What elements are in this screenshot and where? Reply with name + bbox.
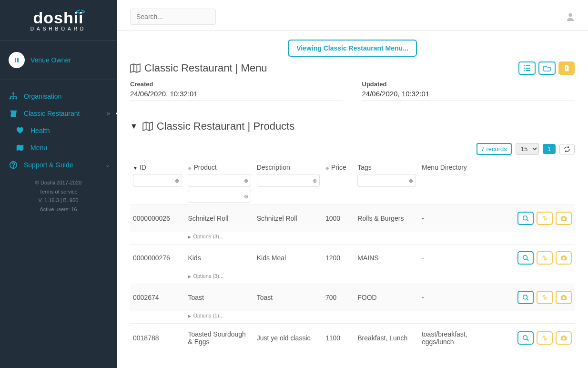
svg-rect-19 [562, 216, 565, 217]
user-icon[interactable] [566, 12, 575, 21]
cell-tags: Breakfast, Lunch [355, 324, 419, 353]
col-description-header[interactable]: Description ⊗ [254, 160, 323, 205]
sidebar-restaurant-label: Classic Restaurant [24, 110, 80, 117]
svg-rect-15 [526, 70, 530, 71]
sidebar-item-health[interactable]: Health [0, 122, 117, 139]
filter-tags-input[interactable] [357, 174, 416, 187]
created-value: 24/06/2020, 10:32:01 [130, 90, 343, 101]
store-icon [9, 109, 18, 118]
col-id-header[interactable]: ▼ID ⊗ [130, 160, 185, 205]
col-product-header[interactable]: ◆Product ⊗ ⊗ [185, 160, 253, 205]
cell-price: 700 [323, 284, 355, 311]
cell-description: Schnitzel Roll [254, 205, 323, 232]
list-view-button[interactable] [518, 61, 536, 75]
caret-right-icon: ▶ [188, 235, 191, 239]
page-number[interactable]: 1 [543, 144, 556, 154]
filter-product-input[interactable] [188, 174, 251, 187]
col-price-header[interactable]: ◆Price [323, 160, 355, 205]
svg-point-8 [13, 167, 13, 167]
clear-icon[interactable]: ⊗ [244, 177, 248, 184]
svg-point-18 [562, 217, 565, 220]
folder-button[interactable] [538, 61, 556, 75]
svg-point-26 [562, 296, 565, 299]
clear-icon[interactable]: ⊗ [175, 177, 179, 184]
records-count: 7 records [476, 143, 512, 155]
view-button[interactable] [517, 251, 534, 265]
cell-id: 0000000276 [130, 245, 185, 272]
view-button[interactable] [517, 331, 534, 345]
link-button[interactable] [537, 291, 553, 304]
sort-desc-icon: ▼ [133, 166, 138, 171]
footer-copyright: © Doshii 2017-2020 [0, 178, 117, 187]
cell-description: Toast [254, 284, 323, 311]
brand-logo: doshii<> DASHBOARD [0, 0, 117, 36]
products-section-title[interactable]: ▼ Classic Restaurant | Products [117, 107, 588, 134]
sidebar-item-menu[interactable]: Menu [0, 139, 117, 156]
cell-tags: Rolls & Burgers [355, 205, 419, 232]
sidebar-organisation-label: Organisation [24, 92, 61, 100]
col-tags-header[interactable]: Tags ⊗ [355, 160, 419, 205]
sidebar-venue-owner[interactable]: Venue Owner [0, 48, 117, 72]
options-label: Options (3)... [193, 234, 223, 239]
cell-id: 0018788 [130, 324, 185, 353]
sidebar-item-organisation[interactable]: Organisation [0, 88, 117, 105]
search-input[interactable] [130, 9, 216, 25]
svg-point-20 [523, 256, 527, 260]
map-icon [15, 143, 25, 153]
filter-description-input[interactable] [257, 174, 320, 187]
cell-price: 1200 [323, 245, 355, 272]
cell-product: Toast [185, 284, 253, 311]
page-size-select[interactable]: 15 [516, 143, 539, 155]
cell-menu-directory: toast/breakfast, eggs/lunch [419, 324, 492, 353]
link-button[interactable] [537, 331, 553, 345]
cell-tags: FOOD [355, 284, 419, 311]
link-button[interactable] [537, 251, 553, 265]
filter-product-input-2[interactable] [188, 190, 251, 203]
options-row[interactable]: ▶Options (1)... [130, 311, 575, 324]
map-icon [130, 63, 141, 73]
camera-button[interactable] [556, 291, 572, 304]
svg-rect-1 [17, 58, 19, 62]
map-icon [142, 121, 153, 132]
sidebar-item-support[interactable]: Support & Guide ⌄ [0, 156, 117, 174]
created-label: Created [130, 81, 343, 88]
menu-section-title: Classic Restaurant | Menu [130, 62, 267, 74]
table-row: 0000000026 Schnitzel Roll Schnitzel Roll… [130, 205, 575, 232]
link-button[interactable] [537, 212, 553, 225]
pause-icon [9, 52, 25, 68]
products-table: ▼ID ⊗ ◆Product ⊗ ⊗ Description ⊗ ◆Price [130, 160, 575, 352]
camera-button[interactable] [556, 331, 572, 345]
col-menudir-header[interactable]: Menu Directory [419, 160, 492, 205]
svg-rect-6 [11, 113, 16, 117]
table-row: 0018788 Toasted Sourdough & Eggs Just ye… [130, 324, 575, 353]
chevron-down-icon: ⌄ [105, 162, 110, 168]
camera-button[interactable] [556, 212, 572, 225]
caret-down-icon: ▼ [130, 122, 138, 131]
options-row[interactable]: ▶Options (3)... [130, 232, 575, 245]
clear-icon[interactable]: ⊗ [409, 177, 413, 184]
view-button[interactable] [517, 212, 534, 225]
cell-menu-directory: - [419, 284, 492, 311]
cell-id: 0000000026 [130, 205, 185, 232]
cell-id: 0002674 [130, 284, 185, 311]
heart-icon [15, 126, 25, 135]
options-row[interactable]: ▶Options (3)... [130, 271, 575, 284]
upload-button[interactable] [558, 61, 575, 75]
caret-right-icon: ▶ [188, 314, 191, 318]
sidebar-menu-label: Menu [30, 144, 47, 152]
view-button[interactable] [517, 291, 534, 304]
clear-icon[interactable]: ⊗ [244, 193, 248, 199]
svg-point-22 [562, 257, 565, 259]
svg-rect-13 [526, 68, 530, 69]
sidebar-item-restaurant[interactable]: Classic Restaurant » [0, 105, 117, 122]
footer-terms-link[interactable]: Terms of service [0, 187, 117, 196]
cell-tags: MAINS [355, 245, 419, 272]
svg-rect-11 [526, 65, 530, 66]
main-content: Viewing Classic Restaurant Menu... Class… [117, 0, 588, 368]
clear-icon[interactable]: ⊗ [313, 177, 317, 184]
sidebar-health-label: Health [30, 127, 50, 134]
cell-product: Schnitzel Roll [185, 205, 253, 232]
table-row: 0000000276 Kids Kids Meal 1200 MAINS - [130, 245, 575, 272]
refresh-button[interactable] [559, 144, 575, 154]
camera-button[interactable] [556, 251, 572, 265]
